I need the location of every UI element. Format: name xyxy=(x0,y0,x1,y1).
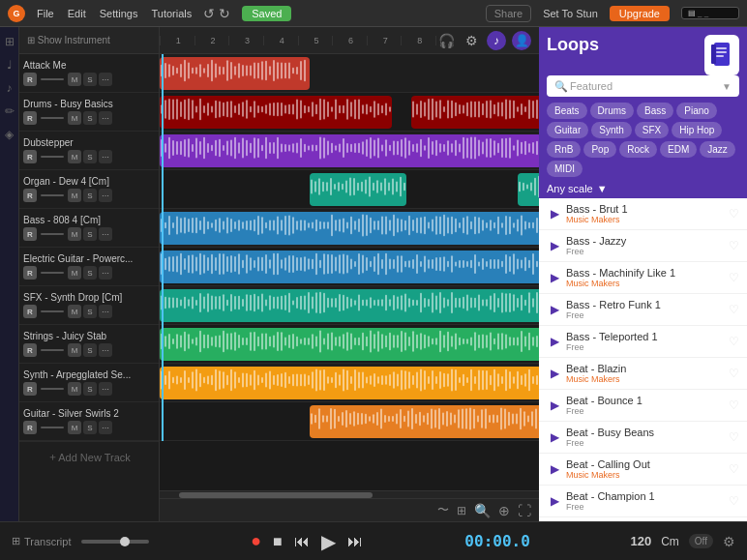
track-more-btn-5[interactable]: ⋯ xyxy=(99,266,112,280)
loop-item-3[interactable]: ▶ Bass - Retro Funk 1 Free ♡ xyxy=(539,294,747,326)
track-r-btn-8[interactable]: R xyxy=(23,382,37,396)
track-solo-btn-6[interactable]: S xyxy=(83,305,97,318)
track-r-btn-0[interactable]: R xyxy=(23,73,37,86)
track-vol-6[interactable] xyxy=(41,310,64,312)
track-vol-2[interactable] xyxy=(41,156,64,158)
scrollbar-thumb[interactable] xyxy=(179,492,373,498)
stop-button[interactable]: ■ xyxy=(271,531,284,552)
icon-2[interactable]: ♩ xyxy=(7,58,13,72)
notebook-icon[interactable] xyxy=(704,35,739,75)
track-r-btn-9[interactable]: R xyxy=(23,421,37,434)
menu-file[interactable]: File xyxy=(37,8,54,19)
bottom-settings-icon[interactable]: ⚙ xyxy=(723,534,735,549)
track-more-btn-1[interactable]: ⋯ xyxy=(99,111,112,125)
icon-3[interactable]: ♪ xyxy=(7,81,13,95)
saved-button[interactable]: Saved xyxy=(242,6,291,21)
undo-button[interactable]: ↺ xyxy=(203,6,215,21)
track-vol-4[interactable] xyxy=(41,233,64,235)
loops-scale-selector[interactable]: Any scale ▼ xyxy=(539,181,747,198)
track-mute-btn-1[interactable]: M xyxy=(68,111,81,125)
track-more-btn-0[interactable]: ⋯ xyxy=(99,73,112,86)
play-button[interactable]: ▶ xyxy=(319,528,338,555)
track-lane-6[interactable] xyxy=(160,286,539,325)
track-r-btn-2[interactable]: R xyxy=(23,150,37,163)
tag-btn-drums[interactable]: Drums xyxy=(590,103,634,119)
track-list-item-2[interactable]: Dubstepper R M S ⋯ xyxy=(19,132,159,170)
track-mute-btn-7[interactable]: M xyxy=(68,343,81,357)
track-lane-7[interactable] xyxy=(160,325,539,364)
track-vol-9[interactable] xyxy=(41,427,64,428)
clip-3-1[interactable] xyxy=(518,173,539,206)
loop-heart-1[interactable]: ♡ xyxy=(729,239,739,252)
track-vol-5[interactable] xyxy=(41,272,64,274)
record-button[interactable]: ● xyxy=(249,529,263,553)
loop-play-btn-9[interactable]: ▶ xyxy=(547,493,562,509)
tag-btn-guitar[interactable]: Guitar xyxy=(547,122,588,138)
zoom-in-icon[interactable]: ⊕ xyxy=(498,503,510,518)
tag-btn-sfx[interactable]: SFX xyxy=(635,122,669,138)
loop-heart-7[interactable]: ♡ xyxy=(729,430,739,444)
clip-9-0[interactable] xyxy=(310,405,539,438)
tag-btn-beats[interactable]: Beats xyxy=(547,103,587,119)
track-lane-3[interactable] xyxy=(160,170,539,209)
track-solo-btn-1[interactable]: S xyxy=(83,111,97,125)
tag-btn-midi[interactable]: MIDI xyxy=(547,161,583,177)
clip-0-0[interactable] xyxy=(160,57,310,90)
show-instrument-toggle[interactable]: ⊞ Show Instrument xyxy=(19,27,159,54)
tag-btn-bass[interactable]: Bass xyxy=(637,103,673,119)
loop-play-btn-1[interactable]: ▶ xyxy=(547,238,562,253)
track-list-item-9[interactable]: Guitar - Silver Swirls 2 R M S ⋯ xyxy=(19,402,159,441)
track-lane-8[interactable] xyxy=(160,364,539,402)
track-lane-0[interactable] xyxy=(160,54,539,93)
loop-item-2[interactable]: ▶ Bass - Machinify Like 1 Music Makers ♡ xyxy=(539,262,747,294)
track-vol-7[interactable] xyxy=(41,349,64,351)
clip-6-0[interactable] xyxy=(160,289,539,322)
tag-btn-pop[interactable]: Pop xyxy=(583,141,616,158)
track-solo-btn-7[interactable]: S xyxy=(83,343,97,357)
track-more-btn-9[interactable]: ⋯ xyxy=(99,421,112,434)
track-vol-0[interactable] xyxy=(41,78,64,80)
icon-5[interactable]: ◈ xyxy=(5,128,14,141)
loop-play-btn-3[interactable]: ▶ xyxy=(547,302,562,317)
track-solo-btn-0[interactable]: S xyxy=(83,73,97,86)
loop-play-btn-5[interactable]: ▶ xyxy=(547,366,562,381)
icon-1[interactable]: ⊞ xyxy=(5,35,15,48)
loop-item-9[interactable]: ▶ Beat - Champion 1 Free ♡ xyxy=(539,486,747,517)
tag-btn-synth[interactable]: Synth xyxy=(591,122,632,138)
clip-3-0[interactable] xyxy=(310,173,406,206)
clip-1-0[interactable] xyxy=(160,96,392,129)
clip-5-0[interactable] xyxy=(160,251,539,283)
waveform-icon[interactable]: 〜 xyxy=(437,502,449,518)
tag-btn-hip-hop[interactable]: Hip Hop xyxy=(672,122,722,138)
loop-item-0[interactable]: ▶ Bass - Brut 1 Music Makers ♡ xyxy=(539,198,747,230)
loops-search-input[interactable] xyxy=(547,75,739,97)
loop-item-1[interactable]: ▶ Bass - Jazzy Free ♡ xyxy=(539,230,747,262)
track-lane-4[interactable] xyxy=(160,209,539,248)
loop-heart-4[interactable]: ♡ xyxy=(729,335,739,348)
menu-settings[interactable]: Settings xyxy=(100,8,138,19)
track-lane-1[interactable] xyxy=(160,93,539,132)
track-solo-btn-9[interactable]: S xyxy=(83,421,97,434)
track-r-btn-6[interactable]: R xyxy=(23,305,37,318)
clip-2-0[interactable] xyxy=(160,134,539,167)
track-vol-8[interactable] xyxy=(41,388,64,390)
track-list-item-3[interactable]: Organ - Dew 4 [Cm] R M S ⋯ xyxy=(19,170,159,209)
loop-play-btn-7[interactable]: ▶ xyxy=(547,429,562,445)
icon-4[interactable]: ✏ xyxy=(5,104,15,118)
loop-play-btn-4[interactable]: ▶ xyxy=(547,334,562,349)
clip-4-0[interactable] xyxy=(160,212,539,245)
tag-btn-piano[interactable]: Piano xyxy=(676,103,717,119)
track-more-btn-7[interactable]: ⋯ xyxy=(99,343,112,357)
track-mute-btn-5[interactable]: M xyxy=(68,266,81,280)
tag-btn-rnb[interactable]: RnB xyxy=(547,141,581,158)
track-list-item-7[interactable]: Strings - Juicy Stab R M S ⋯ xyxy=(19,325,159,364)
rewind-button[interactable]: ⏮ xyxy=(292,531,312,552)
menu-tutorials[interactable]: Tutorials xyxy=(151,8,192,19)
track-mute-btn-6[interactable]: M xyxy=(68,305,81,318)
add-track-button[interactable]: ＋ Add New Track xyxy=(19,441,159,472)
tag-btn-edm[interactable]: EDM xyxy=(660,141,697,158)
clip-1-1[interactable] xyxy=(411,96,539,129)
upgrade-button[interactable]: Upgrade xyxy=(610,6,670,21)
metronome-button[interactable]: Off xyxy=(689,534,713,548)
headphones-icon[interactable]: 🎧 xyxy=(436,31,456,50)
